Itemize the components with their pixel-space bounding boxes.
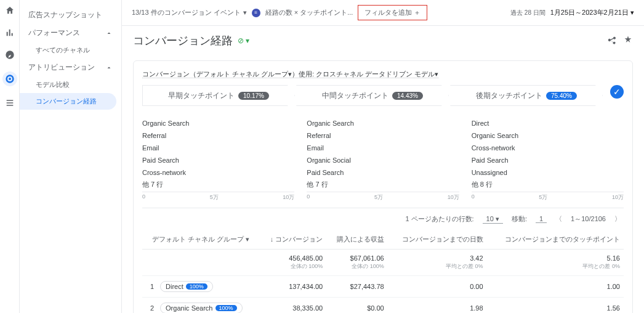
advertising-icon[interactable] — [2, 71, 17, 86]
conversion-events-selector[interactable]: 13/13 件のコンバージョン イベント ▾ — [132, 8, 247, 17]
add-filter-button[interactable]: フィルタを追加 ＋ — [358, 5, 427, 20]
channel-pill[interactable]: Organic Search 100% — [160, 303, 242, 313]
chart-bar: Organic Social — [307, 154, 459, 166]
sidebar-model-compare[interactable]: モデル比較 — [20, 76, 121, 93]
rows-per-page-label: 1 ページあたりの行数: — [405, 214, 473, 224]
rows-per-page-select[interactable]: 10 ▾ — [483, 215, 503, 224]
chart-bar: Cross-network — [472, 142, 624, 154]
chart-bar: Organic Search — [142, 117, 294, 129]
chart-more[interactable]: 他 7 行 — [307, 179, 459, 189]
sidebar-performance[interactable]: パフォーマンス — [20, 24, 121, 42]
left-rail — [0, 0, 20, 313]
explore-icon[interactable] — [4, 49, 15, 60]
insights-icon[interactable] — [623, 35, 633, 47]
goto-input[interactable]: 1 — [536, 215, 547, 223]
table-summary-row: 456,485.00全体の 100%$67,061.06全体の 100%3.42… — [142, 250, 624, 276]
main: 13/13 件のコンバージョン イベント ▾ ≡ 経路の数 × タッチポイント.… — [122, 0, 644, 313]
date-range-picker[interactable]: 1月25日～2023年2月21日 ▾ — [550, 8, 634, 17]
sidebar-attribution[interactable]: アトリビューション — [20, 59, 121, 76]
metric-dot-icon: ≡ — [252, 9, 260, 17]
chart-bar: Email — [307, 142, 459, 154]
chart-bar: Direct — [472, 117, 624, 129]
chart-0: Organic SearchReferralEmailPaid SearchCr… — [142, 117, 294, 201]
sidebar-all-channels[interactable]: すべてのチャネル — [20, 42, 121, 59]
chevron-up-icon — [105, 64, 113, 71]
col-conversions[interactable]: ↓ コンバージョン — [259, 230, 326, 250]
col-group[interactable]: デフォルト チャネル グループ ▾ — [142, 230, 259, 250]
sidebar-snapshot[interactable]: 広告スナップショット — [20, 6, 121, 24]
paths-table: デフォルト チャネル グループ ▾ ↓ コンバージョン 購入による収益 コンバー… — [142, 230, 624, 313]
chart-1: Organic SearchReferralEmailOrganic Socia… — [307, 117, 459, 201]
chart-bar: Referral — [142, 129, 294, 142]
check-icon[interactable]: ✓ — [610, 85, 624, 99]
chart-bar: Paid Search — [142, 154, 294, 166]
configure-icon[interactable] — [4, 97, 15, 108]
pager: 1 ページあたりの行数: 10 ▾ 移動: 1 〈 1～10/2106 〉 — [142, 208, 624, 230]
page-title: コンバージョン経路 — [133, 33, 233, 48]
path-tabs: 早期タッチポイント10.17% 中間タッチポイント14.43% 後期タッチポイン… — [142, 85, 624, 106]
col-touchpoints[interactable]: コンバージョンまでのタッチポイント — [487, 230, 624, 250]
col-days[interactable]: コンバージョンまでの日数 — [388, 230, 487, 250]
chart-xaxis: 05万10万 — [307, 192, 459, 201]
chart-xaxis: 05万10万 — [142, 192, 294, 201]
chart-bar: Organic Search — [307, 117, 459, 129]
chart-2: DirectOrganic SearchCross-networkPaid Se… — [472, 117, 624, 201]
chart-xaxis: 05万10万 — [472, 192, 624, 201]
charts: Organic SearchReferralEmailPaid SearchCr… — [142, 117, 624, 201]
col-revenue[interactable]: 購入による収益 — [326, 230, 387, 250]
share-icon[interactable] — [607, 35, 617, 47]
sidebar-conversion-paths[interactable]: コンバージョン経路 — [20, 93, 116, 110]
chart-more[interactable]: 他 7 行 — [142, 179, 294, 189]
tab-late-touchpoint[interactable]: 後期タッチポイント75.40% — [450, 85, 603, 106]
table-row: 2 Organic Search 100%38,335.00$0.001.981… — [142, 298, 624, 314]
chart-bar: Organic Search — [472, 129, 624, 142]
tab-early-touchpoint[interactable]: 早期タッチポイント10.17% — [142, 85, 295, 106]
date-range-prefix: 過去 28 日間 — [510, 9, 545, 17]
table-row: 1 Direct 100%137,434.00$27,443.780.001.0… — [142, 276, 624, 298]
path-metric-selector[interactable]: 経路の数 × タッチポイント... — [265, 8, 353, 17]
page-range: 1～10/2106 — [571, 214, 606, 224]
chart-bar: Cross-network — [142, 166, 294, 179]
goto-label: 移動: — [512, 214, 527, 224]
next-page-button[interactable]: 〉 — [614, 214, 621, 224]
prev-page-button[interactable]: 〈 — [555, 214, 562, 224]
sidebar: 広告スナップショット パフォーマンス すべてのチャネル アトリビューション モデ… — [20, 0, 122, 313]
chart-more[interactable]: 他 8 行 — [472, 179, 624, 189]
chart-bar: Paid Search — [307, 166, 459, 179]
conversion-config[interactable]: コンバージョン（デフォルト チャネル グループ▾）使用: クロスチャネル データ… — [142, 70, 438, 78]
reports-icon[interactable] — [4, 27, 15, 38]
chart-bar: Referral — [307, 129, 459, 142]
chart-bar: Unassigned — [472, 166, 624, 179]
home-icon[interactable] — [4, 5, 15, 16]
conversion-card: コンバージョン（デフォルト チャネル グループ▾）使用: クロスチャネル データ… — [133, 60, 633, 313]
status-check-icon[interactable]: ⊘ ▾ — [238, 36, 249, 45]
chevron-up-icon — [105, 30, 113, 37]
chart-bar: Email — [142, 142, 294, 154]
topbar: 13/13 件のコンバージョン イベント ▾ ≡ 経路の数 × タッチポイント.… — [122, 0, 644, 26]
tab-mid-touchpoint[interactable]: 中間タッチポイント14.43% — [296, 85, 449, 106]
channel-pill[interactable]: Direct 100% — [160, 281, 213, 292]
chart-bar: Paid Search — [472, 154, 624, 166]
